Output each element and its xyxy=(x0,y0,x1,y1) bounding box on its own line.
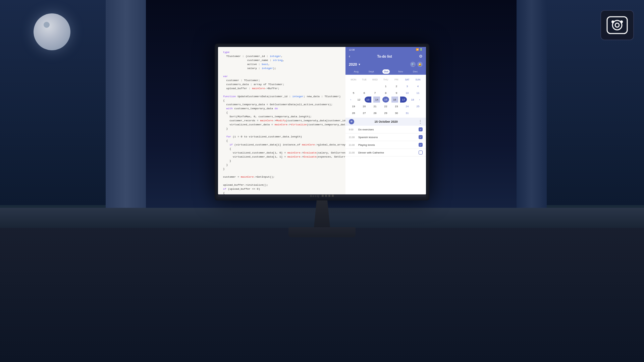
more-options-button[interactable]: ⋮ xyxy=(418,119,423,124)
selected-date-label: 15 October 2020 xyxy=(374,120,398,123)
svg-point-2 xyxy=(615,23,619,27)
status-icons: 📶 🔋 xyxy=(416,48,423,51)
todo-check-1[interactable]: ✓ xyxy=(419,127,423,131)
window-frame-right-side xyxy=(517,0,547,208)
monitor-controls xyxy=(322,195,334,197)
logo-icon xyxy=(605,15,629,35)
code-editor-panel: type TCustomer : (customer_id : integer,… xyxy=(218,47,345,194)
monitor-btn-3[interactable] xyxy=(328,195,330,197)
monitor-btn-1[interactable] xyxy=(322,195,324,197)
todo-check-3[interactable]: ✓ xyxy=(419,143,423,147)
todo-item-1: 9:00 Do exercises ✓ xyxy=(345,126,426,133)
todo-item-3: 21:00 Playing tennis ✓ xyxy=(345,141,426,149)
month-aug[interactable]: Aug xyxy=(353,69,360,74)
todo-text-1: Do exercises xyxy=(358,128,417,131)
year-display: 2020 ▼ xyxy=(349,62,361,66)
back-icon[interactable]: ‹ xyxy=(349,54,350,59)
svg-point-4 xyxy=(620,20,623,23)
date-section: + 15 October 2020 ⋮ xyxy=(345,118,426,126)
monitor-bottom-bar: BenQ xyxy=(218,194,426,197)
svg-point-3 xyxy=(611,20,614,23)
calendar-grid: MON TUE WED THU FRI SAT SUN 1 2 xyxy=(345,75,426,118)
phone-status-bar: 12:36 📶 🔋 xyxy=(345,47,426,52)
window-left xyxy=(0,0,111,208)
month-dec[interactable]: Dec xyxy=(412,69,419,74)
phone-header: ‹ To-do list ⚙ xyxy=(345,52,426,60)
todo-time-4: 21:00 xyxy=(349,152,356,154)
search-icon[interactable]: 🔍 xyxy=(410,62,416,67)
monitor-btn-4[interactable] xyxy=(332,195,334,197)
todo-time-3: 21:00 xyxy=(349,144,356,146)
logo-container xyxy=(600,10,634,40)
next-week-arrow[interactable]: › xyxy=(418,98,422,101)
todo-time-1: 9:00 xyxy=(349,128,356,131)
month-oct[interactable]: Oct xyxy=(382,69,389,74)
monitor-btn-2[interactable] xyxy=(325,195,327,197)
status-time: 12:36 xyxy=(349,49,355,51)
moon xyxy=(34,13,70,50)
monitor-screen: type TCustomer : (customer_id : integer,… xyxy=(218,47,426,194)
svg-rect-0 xyxy=(607,17,627,34)
monitor-base xyxy=(288,227,356,237)
calendar-days-header: MON TUE WED THU FRI SAT SUN xyxy=(348,76,423,83)
calendar-week-4: 19 20 21 22 23 24 25 xyxy=(348,103,423,110)
add-todo-button[interactable]: + xyxy=(349,119,354,124)
todo-check-4[interactable] xyxy=(419,150,423,155)
todo-text-2: Spanish lessons xyxy=(358,136,417,139)
calendar-week-2: 5 6 7 8 9 10 11 xyxy=(348,89,423,96)
calendar-week-5: 26 27 28 29 30 31 xyxy=(348,110,423,116)
year-selector-row: 2020 ▼ 🔍 🔔 xyxy=(345,60,426,68)
months-strip: Aug Sept Oct Nov Dec xyxy=(345,68,426,75)
todo-time-2: 21:00 xyxy=(349,136,356,138)
todo-text-4: Dinner with Catherine xyxy=(358,151,417,154)
phone-title: To-do list xyxy=(377,55,392,58)
todo-item-4: 21:00 Dinner with Catherine xyxy=(345,149,426,157)
todo-list: 9:00 Do exercises ✓ 21:00 Spanish lesson… xyxy=(345,126,426,194)
header-action-icons: 🔍 🔔 xyxy=(410,62,423,67)
todo-check-2[interactable]: ✓ xyxy=(419,135,423,139)
settings-icon[interactable]: ⚙ xyxy=(419,54,423,59)
calendar-week-1: 1 2 3 4 xyxy=(348,83,423,89)
window-frame-center xyxy=(106,0,146,208)
todo-text-3: Playing tennis xyxy=(358,143,417,146)
monitor-neck xyxy=(309,200,335,227)
bell-icon[interactable]: 🔔 xyxy=(417,62,423,67)
monitor-brand: BenQ xyxy=(310,194,320,197)
monitor-bezel: type TCustomer : (customer_id : integer,… xyxy=(215,44,429,200)
todo-item-2: 21:00 Spanish lessons ✓ xyxy=(345,133,426,141)
month-sept[interactable]: Sept xyxy=(367,69,375,74)
prev-week-arrow[interactable]: ‹ xyxy=(349,98,353,101)
calendar-week-3: ‹ 12 13 14 15 16 17 18 › xyxy=(348,96,423,103)
phone-panel: 12:36 📶 🔋 ‹ To-do list ⚙ 2020 ▼ � xyxy=(345,47,426,194)
month-nov[interactable]: Nov xyxy=(397,69,404,74)
